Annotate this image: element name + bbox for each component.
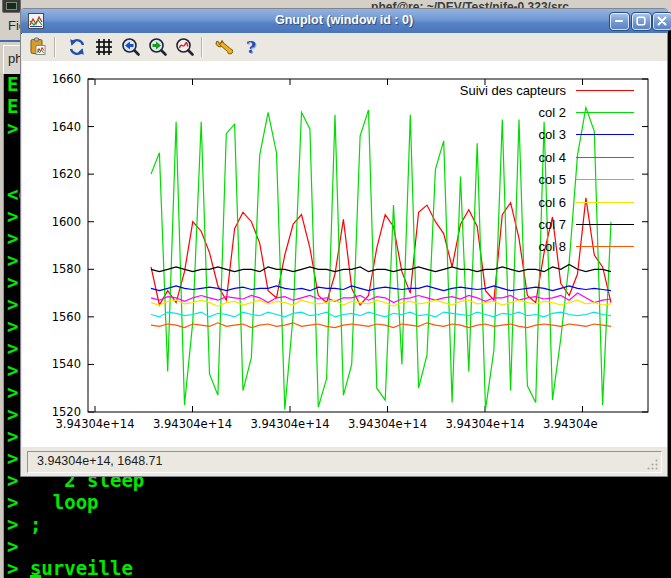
configure-icon — [214, 37, 234, 57]
close-button[interactable] — [652, 12, 671, 31]
copy-icon — [28, 37, 48, 57]
gnuplot-statusbar: 3.94304e+14, 1648.71 — [22, 447, 667, 476]
x-tick-label: 3.94304e+14 — [56, 417, 135, 431]
y-tick-label: 1600 — [52, 215, 81, 229]
legend-line-sample — [576, 202, 634, 203]
toggle-grid-button[interactable] — [93, 36, 115, 58]
legend-label: col 7 — [539, 217, 566, 232]
legend-entry: col 2 — [460, 101, 634, 123]
legend-label: col 8 — [539, 239, 566, 254]
replot-icon — [67, 37, 87, 57]
x-tick-label: 3.94304e+14 — [446, 417, 525, 431]
help-icon: ? — [246, 37, 256, 57]
terminal-line: > ; — [7, 513, 667, 535]
legend-label: col 3 — [539, 127, 566, 142]
minimize-button[interactable] — [609, 12, 630, 31]
toolbar-separator — [54, 37, 56, 57]
cursor-coordinates: 3.94304e+14, 1648.71 — [37, 454, 162, 468]
plot-legend: Suivi des capteurscol 2col 3col 4col 5co… — [460, 79, 634, 258]
legend-line-sample — [576, 157, 634, 158]
legend-line-sample — [576, 134, 634, 135]
grid-icon — [94, 37, 114, 57]
legend-entry: col 8 — [460, 236, 634, 258]
x-tick-label: 3.94304e — [543, 417, 598, 431]
terminal-menu-area: Fic ph — [0, 13, 22, 73]
status-field: 3.94304e+14, 1648.71 — [27, 451, 662, 473]
gnuplot-window: Gnuplot (window id : 0) — [20, 8, 668, 477]
legend-entry: col 5 — [460, 169, 634, 191]
legend-label: col 5 — [539, 172, 566, 187]
legend-line-sample — [576, 179, 634, 180]
y-tick-label: 1540 — [52, 357, 81, 371]
legend-line-sample — [576, 90, 634, 91]
legend-label: Suivi des capteurs — [460, 83, 566, 98]
zoom-previous-icon — [121, 37, 141, 57]
legend-label: col 6 — [539, 195, 566, 210]
x-tick-label: 3.94304e+14 — [153, 417, 232, 431]
legend-entry: Suivi des capteurs — [460, 79, 634, 101]
configure-button[interactable] — [213, 36, 235, 58]
terminal-tabbar-accent — [0, 40, 22, 42]
toolbar-separator — [201, 37, 203, 57]
y-tick-label: 1640 — [52, 120, 81, 134]
legend-entry: col 6 — [460, 191, 634, 213]
resize-grip-icon[interactable] — [647, 458, 659, 470]
legend-entry: col 3 — [460, 124, 634, 146]
zoom-next-button[interactable] — [147, 36, 169, 58]
zoom-next-icon — [148, 37, 168, 57]
legend-label: col 2 — [539, 105, 566, 120]
terminal-app-icon — [2, 0, 21, 13]
y-tick-label: 1620 — [52, 167, 81, 181]
x-tick-label: 3.94304e+14 — [251, 417, 330, 431]
legend-line-sample — [576, 112, 634, 113]
terminal-left-frame — [0, 13, 4, 578]
close-icon — [657, 16, 667, 26]
replot-button[interactable] — [66, 36, 88, 58]
terminal-line: > — [7, 535, 667, 557]
y-tick-label: 1560 — [52, 310, 81, 324]
gnuplot-titlebar[interactable]: Gnuplot (window id : 0) — [21, 9, 667, 34]
minimize-icon — [614, 16, 624, 26]
legend-entry: col 4 — [460, 146, 634, 168]
legend-line-sample — [576, 224, 634, 225]
autoscale-button[interactable] — [174, 36, 196, 58]
y-tick-label: 1660 — [52, 72, 81, 86]
window-title: Gnuplot (window id : 0) — [21, 13, 667, 27]
maximize-button[interactable] — [631, 12, 652, 31]
help-button[interactable]: ? — [240, 36, 262, 58]
y-tick-label: 1520 — [52, 405, 81, 419]
autoscale-icon — [175, 37, 195, 57]
legend-line-sample — [576, 246, 634, 247]
terminal-line: > surveille — [7, 557, 667, 578]
maximize-icon — [636, 16, 646, 26]
zoom-previous-button[interactable] — [120, 36, 142, 58]
x-tick-label: 3.94304e+14 — [348, 417, 427, 431]
plot-canvas[interactable]: 3.94304e+143.94304e+143.94304e+143.94304… — [22, 61, 667, 447]
desktop: phef@re: ~/DEV/Test/nife-0.323/src Fic p… — [0, 0, 671, 578]
gnuplot-toolbar: ? — [22, 33, 667, 62]
legend-label: col 4 — [539, 150, 566, 165]
terminal-line: > loop — [7, 491, 667, 513]
series-line-col-6 — [151, 300, 611, 306]
legend-entry: col 7 — [460, 213, 634, 235]
copy-to-clipboard-button[interactable] — [27, 36, 49, 58]
y-tick-label: 1580 — [52, 262, 81, 276]
